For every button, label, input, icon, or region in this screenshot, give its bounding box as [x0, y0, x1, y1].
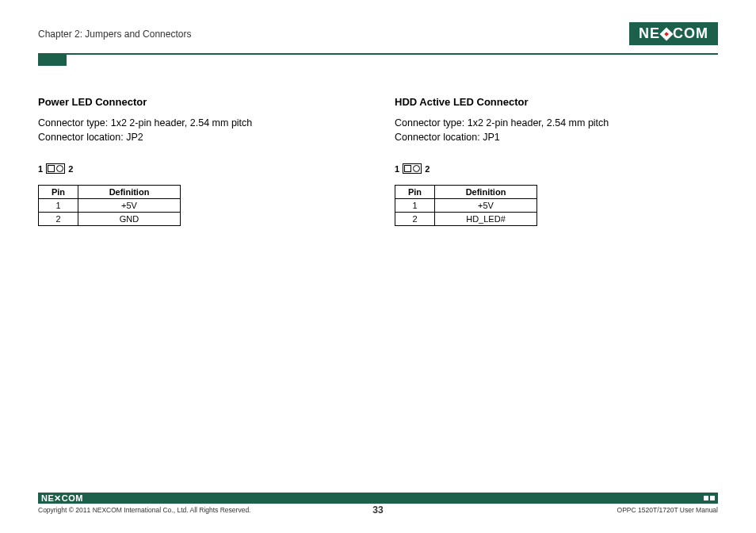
right-section-title: HDD Active LED Connector: [395, 96, 712, 108]
document-title: OPPC 1520T/1720T User Manual: [617, 506, 718, 514]
left-column: Power LED Connector Connector type: 1x2 …: [38, 96, 355, 226]
pin-label-1: 1: [395, 164, 399, 174]
table-row: 2 HD_LED#: [395, 213, 537, 226]
pin-label-2: 2: [425, 164, 430, 174]
page-header: Chapter 2: Jumpers and Connectors NE COM: [38, 22, 718, 50]
table-header-pin: Pin: [39, 186, 78, 199]
cell-pin: 2: [395, 213, 435, 226]
footer-decoration-icon: [704, 496, 715, 500]
brand-text-post: COM: [673, 25, 708, 42]
right-pin-table: Pin Definition 1 +5V 2 HD_LED#: [395, 185, 537, 226]
right-pin-diagram: 1 2: [395, 163, 712, 174]
right-column: HDD Active LED Connector Connector type:…: [395, 96, 712, 226]
table-header-pin: Pin: [395, 186, 435, 199]
table-header-def: Definition: [435, 186, 537, 199]
footer-bar: NE✕COM: [38, 493, 718, 504]
footer-text-row: Copyright © 2011 NEXCOM International Co…: [38, 506, 718, 514]
main-content: Power LED Connector Connector type: 1x2 …: [38, 96, 718, 226]
header-rule: [38, 53, 718, 55]
pin-circle-icon: [56, 165, 63, 172]
left-pin-diagram: 1 2: [38, 163, 355, 174]
pin-label-1: 1: [38, 164, 43, 174]
cell-pin: 1: [395, 199, 435, 213]
brand-text-pre: NE: [639, 25, 660, 42]
footer-logo: NE✕COM: [41, 493, 83, 504]
cell-pin: 1: [39, 199, 78, 213]
footer-brand-pre: NE: [41, 493, 54, 503]
left-connector-type: Connector type: 1x2 2-pin header, 2.54 m…: [38, 116, 355, 130]
pin-square-icon: [48, 165, 55, 172]
pin-header-icon: [403, 163, 422, 174]
table-header-def: Definition: [78, 186, 181, 199]
left-pin-table: Pin Definition 1 +5V 2 GND: [38, 185, 181, 226]
brand-x-icon: [660, 27, 674, 40]
pin-label-2: 2: [68, 164, 73, 174]
cell-def: +5V: [78, 199, 181, 213]
right-connector-location: Connector location: JP1: [395, 130, 712, 144]
cell-def: +5V: [435, 199, 537, 213]
cell-pin: 2: [39, 213, 78, 226]
copyright-text: Copyright © 2011 NEXCOM International Co…: [38, 506, 250, 514]
table-row: 2 GND: [39, 213, 181, 226]
left-section-title: Power LED Connector: [38, 96, 355, 108]
brand-logo: NE COM: [629, 22, 718, 45]
right-connector-type: Connector type: 1x2 2-pin header, 2.54 m…: [395, 116, 712, 130]
cell-def: GND: [78, 213, 181, 226]
pin-square-icon: [404, 165, 411, 172]
table-row: 1 +5V: [395, 199, 537, 213]
pin-circle-icon: [413, 165, 420, 172]
footer-x-icon: ✕: [54, 493, 62, 503]
page-footer: NE✕COM Copyright © 2011 NEXCOM Internati…: [38, 493, 718, 514]
chapter-title: Chapter 2: Jumpers and Connectors: [38, 29, 191, 40]
pin-header-icon: [46, 163, 65, 174]
chapter-tab-mark: [38, 55, 67, 66]
footer-brand-post: COM: [62, 493, 83, 503]
cell-def: HD_LED#: [435, 213, 537, 226]
left-connector-location: Connector location: JP2: [38, 130, 355, 144]
page-number: 33: [372, 504, 383, 516]
table-row: 1 +5V: [39, 199, 181, 213]
